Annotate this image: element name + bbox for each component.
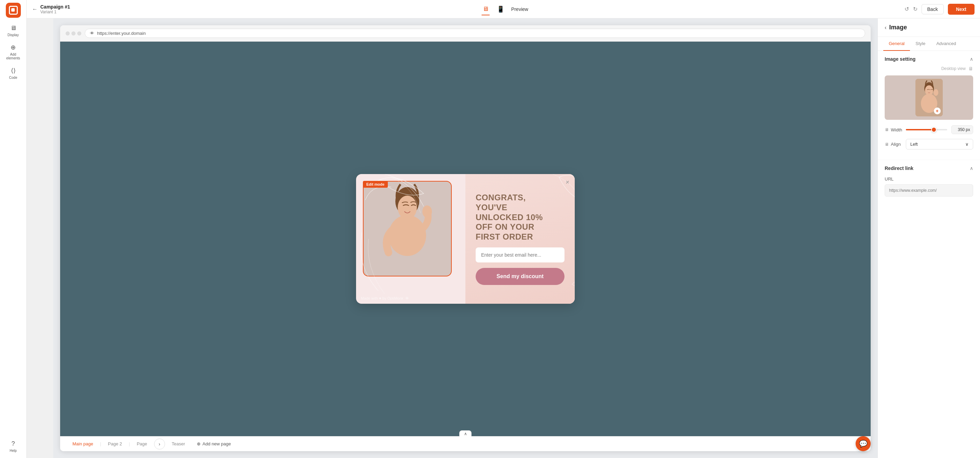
width-field-row: 🖥 Width 350 px [885,125,973,134]
align-select[interactable]: Left ∨ [906,139,973,149]
email-input[interactable] [476,247,565,262]
popup-image-container[interactable] [363,181,452,276]
tab-general[interactable]: General [883,37,910,51]
tab-teaser[interactable]: Teaser [165,436,192,451]
align-field-row: 🖥 Align Left ∨ [885,139,973,149]
headline-line3: UNLOCKED 10% [476,212,543,222]
sidebar-add-label: Add elements [3,52,23,60]
submit-button[interactable]: Send my discount [476,268,565,285]
popup-right: × CONGRATS, YOU'VE UNL [465,174,575,304]
headline-line2: YOU'VE [476,203,508,212]
sidebar-item-add-elements[interactable]: ⊕ Add elements [2,41,25,63]
page-tabs: Main page | Page 2 | Page › Teaser ⊕ Add… [60,436,871,451]
campaign-title: Campaign #1 [40,4,70,10]
width-slider[interactable] [906,129,947,130]
sidebar-item-code[interactable]: ⟨⟩ Code [2,64,25,82]
desktop-view-icon: 🖥 [968,66,973,71]
header-back-arrow[interactable]: ← [32,6,38,12]
browser-dot-1 [65,32,70,35]
preview-label: Preview [511,6,528,12]
browser-dots [65,32,81,35]
headline-line5: FIRST ORDER [476,232,533,241]
page-tabs-footer: ∧ Main page | Page 2 | Page › Teaser ⊕ A… [60,436,871,451]
add-page-btn[interactable]: ⊕ Add new page [192,439,236,449]
chat-bubble-btn[interactable]: 💬 [856,436,871,451]
made-with-footer: Made with ♥ by OptiMonk 👁 [361,296,409,300]
tab-advanced[interactable]: Advanced [931,37,961,51]
popup-overlay: Edit mode [60,42,871,436]
add-icon: ⊕ [197,441,200,446]
sidebar-item-help[interactable]: ? Help [2,437,25,455]
page-tabs-next-btn[interactable]: › [154,439,165,450]
svg-point-11 [934,89,938,96]
sidebar-help-label: Help [10,449,17,453]
panel-tabs: General Style Advanced [878,37,980,51]
image-preview-box[interactable]: + [885,75,973,120]
redirect-header: Redirect link ∧ [885,165,973,171]
edit-mode-badge: Edit mode [363,181,388,188]
url-label: URL [885,176,973,182]
browser-bar: 👁 https://enter.your.domain [60,25,871,42]
right-panel: ‹ Image General Style Advanced Image set… [878,18,980,458]
align-value: Left [910,142,918,147]
align-icon: 🖥 [885,142,889,147]
add-page-label: Add new page [203,441,231,446]
slider-thumb[interactable] [931,127,937,132]
redirect-link-section: Redirect link ∧ URL [878,160,980,202]
sidebar-code-label: Code [9,76,18,79]
canvas-area: 👁 https://enter.your.domain Edit mode [53,18,878,458]
app-logo[interactable] [6,3,21,18]
browser-dot-2 [72,32,75,35]
url-text: https://enter.your.domain [97,31,146,36]
redo-btn[interactable]: ↻ [913,6,918,12]
campaign-subtitle: Variant 1 [40,10,70,14]
width-label: 🖥 Width [885,127,902,132]
visibility-icon: 👁 [405,296,409,300]
mobile-device-btn[interactable]: 📱 [493,3,509,15]
campaign-info: Campaign #1 Variant 1 [40,4,70,14]
svg-point-5 [422,206,432,218]
align-label: 🖥 Align [885,142,902,147]
image-setting-toggle[interactable]: ∧ [970,56,973,62]
popup-close-btn[interactable]: × [565,179,569,186]
popup-left: Edit mode [356,174,465,304]
panel-back-btn[interactable]: ‹ [885,25,886,31]
align-chevron: ∨ [965,142,969,147]
width-value-input[interactable]: 350 px [951,125,973,134]
undo-btn[interactable]: ↺ [905,6,909,12]
eye-icon: 👁 [90,31,94,36]
panel-header: ‹ Image [878,18,980,37]
browser-mockup: 👁 https://enter.your.domain Edit mode [60,25,871,451]
left-sidebar: 🖥 Display ⊕ Add elements ⟨⟩ Code ? Help [0,0,27,458]
sidebar-display-label: Display [8,33,19,37]
headline-line4: OFF ON YOUR [476,222,535,231]
next-button[interactable]: Next [948,4,975,15]
svg-point-4 [388,215,426,256]
url-input[interactable] [885,184,973,197]
sidebar-item-display[interactable]: 🖥 Display [2,22,25,40]
header-center: 🖥 📱 Preview [478,3,528,15]
image-setting-header: Image setting ∧ [885,56,973,62]
desktop-view-label: Desktop view [942,66,966,71]
slider-fill [906,129,934,130]
tab-page-2[interactable]: Page 2 [101,436,129,451]
image-replace-icon[interactable]: + [934,108,941,114]
image-setting-section: Image setting ∧ Desktop view 🖥 [878,51,980,160]
width-icon: 🖥 [885,127,889,132]
main-area: 👁 https://enter.your.domain Edit mode [53,18,980,458]
tab-style[interactable]: Style [910,37,931,51]
code-icon: ⟨⟩ [11,67,16,74]
redirect-toggle[interactable]: ∧ [970,165,973,171]
browser-url-bar[interactable]: 👁 https://enter.your.domain [85,29,865,38]
collapse-tabs-btn[interactable]: ∧ [459,430,471,436]
browser-dot-3 [77,32,81,35]
header-right: ↺ ↻ Back Next [899,4,980,15]
top-header: ← Campaign #1 Variant 1 🖥 📱 Preview ↺ ↻ … [27,0,980,18]
panel-title: Image [889,24,907,31]
back-text-button[interactable]: Back [921,4,944,14]
popup-card: Edit mode [356,174,575,304]
tab-page-3[interactable]: Page [130,436,154,451]
desktop-device-btn[interactable]: 🖥 [478,3,493,15]
tab-main-page[interactable]: Main page [65,436,100,451]
display-icon: 🖥 [10,25,16,32]
